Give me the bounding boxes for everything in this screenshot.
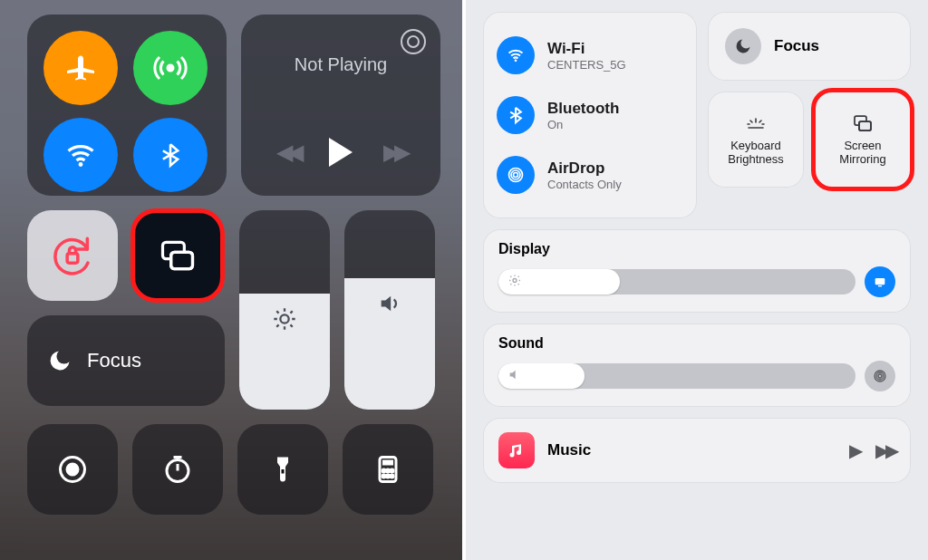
svg-point-29	[878, 374, 882, 378]
rotation-lock-icon	[47, 230, 98, 281]
svg-rect-24	[859, 121, 871, 130]
timer-button[interactable]	[132, 424, 223, 515]
music-card[interactable]: Music ▶ ▶▶	[484, 419, 910, 482]
music-label: Music	[547, 441, 836, 459]
play-icon[interactable]	[329, 138, 353, 167]
calculator-icon	[372, 453, 404, 486]
wifi-subtitle: CENTERS_5G	[547, 58, 626, 72]
volume-slider[interactable]	[344, 210, 435, 410]
rotation-lock-toggle[interactable]	[27, 210, 118, 301]
svg-point-1	[79, 162, 83, 167]
keyboard-brightness-label: Keyboard Brightness	[716, 140, 796, 167]
sound-volume-slider[interactable]	[498, 363, 856, 389]
focus-card[interactable]: Focus	[709, 13, 910, 80]
airplay-audio-icon[interactable]	[865, 361, 895, 391]
record-icon	[56, 453, 89, 486]
flashlight-button[interactable]	[237, 424, 328, 515]
airdrop-title: AirDrop	[547, 159, 622, 178]
connectivity-group	[27, 14, 227, 196]
wifi-toggle[interactable]	[44, 118, 118, 192]
display-brightness-slider[interactable]	[498, 269, 856, 294]
now-playing-status: Not Playing	[295, 54, 387, 75]
screen-mirroring-button[interactable]: Screen Mirroring	[816, 92, 910, 187]
svg-rect-27	[875, 278, 885, 285]
svg-point-20	[514, 173, 518, 178]
airdrop-icon	[497, 156, 535, 194]
screen-mirroring-label: Screen Mirroring	[823, 140, 903, 167]
calculator-button[interactable]	[343, 424, 433, 515]
svg-point-17	[387, 475, 390, 478]
music-app-icon	[498, 432, 535, 468]
airplane-mode-toggle[interactable]	[44, 31, 118, 105]
wifi-title: Wi-Fi	[547, 40, 626, 58]
svg-point-21	[511, 170, 520, 179]
cellular-data-toggle[interactable]	[133, 31, 208, 105]
screen-record-button[interactable]	[27, 424, 118, 515]
focus-tile[interactable]: Focus	[27, 315, 225, 406]
svg-point-30	[876, 372, 884, 380]
svg-rect-2	[67, 254, 78, 264]
svg-point-26	[513, 279, 517, 283]
keyboard-brightness-button[interactable]: Keyboard Brightness	[709, 92, 803, 187]
svg-rect-4	[171, 252, 193, 268]
antenna-icon	[154, 52, 187, 84]
airplane-icon	[64, 52, 97, 84]
network-card: Wi-Fi CENTERS_5G Bluetooth On AirDrop	[484, 13, 696, 217]
svg-point-15	[391, 469, 393, 472]
keyboard-brightness-icon	[745, 112, 767, 134]
bluetooth-icon	[497, 96, 535, 134]
svg-rect-12	[382, 460, 393, 466]
bluetooth-title: Bluetooth	[547, 100, 619, 118]
brightness-slider[interactable]	[239, 210, 330, 410]
mac-control-center: Wi-Fi CENTERS_5G Bluetooth On AirDrop	[462, 0, 928, 560]
svg-rect-10	[282, 469, 285, 474]
wifi-icon	[497, 36, 535, 74]
svg-point-16	[382, 475, 385, 478]
speaker-icon	[377, 291, 402, 316]
sun-icon	[272, 306, 297, 332]
flashlight-icon	[266, 453, 299, 486]
screen-mirroring-icon	[852, 112, 874, 134]
airdrop-row[interactable]: AirDrop Contacts Only	[497, 156, 683, 194]
airplay-audio-icon[interactable]	[401, 29, 426, 54]
bluetooth-row[interactable]: Bluetooth On	[497, 96, 683, 134]
focus-label: Focus	[774, 37, 819, 55]
bluetooth-toggle[interactable]	[133, 118, 208, 192]
sound-label: Sound	[498, 335, 895, 352]
play-icon[interactable]: ▶	[849, 439, 863, 461]
ios-control-center: Not Playing ◀◀ ▶▶	[0, 0, 462, 560]
svg-rect-28	[878, 285, 882, 286]
screen-mirroring-button[interactable]	[132, 210, 223, 301]
svg-point-0	[168, 65, 173, 71]
moon-icon	[47, 348, 72, 373]
svg-point-8	[67, 464, 78, 475]
wifi-row[interactable]: Wi-Fi CENTERS_5G	[497, 36, 683, 74]
timer-icon	[161, 453, 194, 486]
svg-point-6	[280, 315, 288, 323]
speaker-small-icon	[508, 368, 522, 385]
svg-point-18	[391, 475, 393, 478]
sound-card: Sound	[484, 324, 910, 406]
now-playing-tile[interactable]: Not Playing ◀◀ ▶▶	[241, 14, 440, 196]
airdrop-subtitle: Contacts Only	[547, 178, 622, 191]
focus-label: Focus	[87, 349, 141, 372]
bluetooth-subtitle: On	[547, 118, 619, 131]
display-card: Display	[484, 230, 910, 312]
wifi-icon	[64, 139, 97, 171]
bluetooth-icon	[158, 142, 183, 168]
sun-small-icon	[508, 274, 522, 291]
fast-forward-icon[interactable]: ▶▶	[875, 439, 895, 461]
svg-point-13	[382, 469, 385, 472]
moon-icon	[725, 28, 761, 64]
screen-mirroring-icon	[158, 236, 198, 275]
svg-point-19	[515, 60, 517, 63]
fast-forward-icon[interactable]: ▶▶	[383, 140, 405, 165]
display-label: Display	[498, 241, 895, 257]
display-target-icon[interactable]	[865, 266, 895, 297]
rewind-icon[interactable]: ◀◀	[276, 140, 298, 165]
svg-point-14	[387, 469, 390, 472]
